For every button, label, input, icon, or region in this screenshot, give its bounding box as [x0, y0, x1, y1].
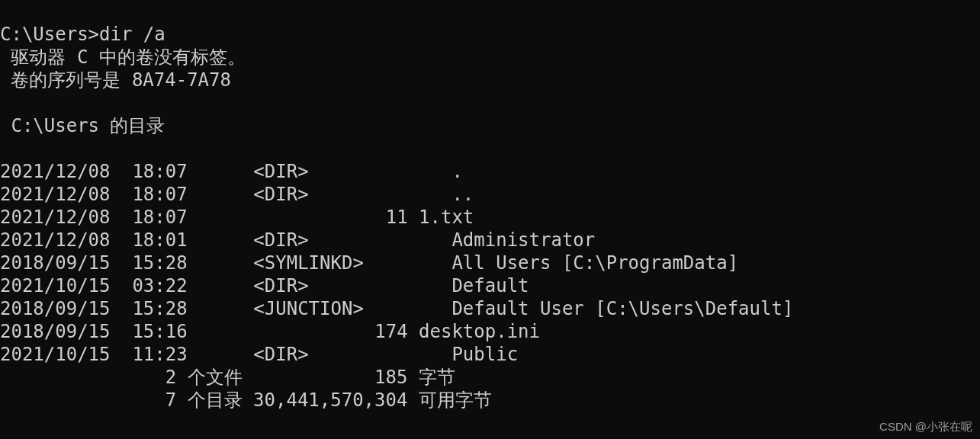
- terminal-output[interactable]: C:\Users>dir /a 驱动器 C 中的卷没有标签。 卷的序列号是 8A…: [0, 0, 980, 412]
- csdn-watermark: CSDN @小张在呢: [879, 420, 972, 434]
- command-text: dir /a: [99, 24, 165, 45]
- serial-number-line: 卷的序列号是 8A74-7A78: [0, 69, 231, 91]
- volume-info-line: 驱动器 C 中的卷没有标签。: [0, 46, 246, 68]
- prompt: C:\Users>: [0, 24, 99, 45]
- summary-block: 2 个文件 185 字节 7 个目录 30,441,570,304 可用字节: [0, 366, 980, 412]
- directory-listing: 2021/12/08 18:07 <DIR> . 2021/12/08 18:0…: [0, 160, 980, 366]
- directory-of-line: C:\Users 的目录: [0, 115, 165, 136]
